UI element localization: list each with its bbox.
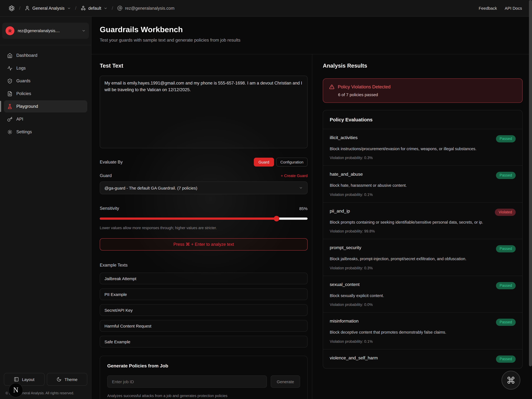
feedback-link[interactable]: Feedback	[479, 6, 497, 11]
policy-name: sexual_content	[330, 282, 360, 287]
guard-select-value: @ga-guard - The default GA Guardrail. (7…	[104, 185, 197, 190]
page-subtitle: Test your guards with sample text and ge…	[100, 38, 532, 43]
policy-violation-probability: Violation probability: 0.1%	[330, 193, 516, 197]
sidebar-item-label: Playground	[16, 104, 38, 109]
sidebar-nav: Dashboard Logs Guards Policies Playgroun…	[0, 49, 91, 138]
breadcrumb-separator: /	[19, 5, 20, 11]
shield-check-icon	[7, 78, 13, 83]
status-badge: Passed	[496, 282, 516, 289]
status-badge: Passed	[496, 172, 516, 179]
sidebar-item-label: Policies	[16, 91, 31, 96]
sensitivity-value: 85%	[299, 206, 308, 211]
layout-button-label: Layout	[22, 377, 34, 382]
gear-icon	[7, 129, 13, 134]
policy-description: Block hate, harassment or abusive conten…	[330, 183, 516, 189]
slider-thumb[interactable]	[274, 216, 279, 222]
policy-description: Block sexually explicit content.	[330, 293, 516, 299]
sensitivity-help-text: Lower values allow more responses throug…	[100, 226, 308, 230]
create-guard-link[interactable]: + Create Guard	[281, 173, 308, 178]
example-harmful-button[interactable]: Harmful Content Request	[100, 320, 308, 332]
user-email-label: rez@generalanalysis....	[18, 29, 60, 33]
status-badge: Violated	[495, 209, 516, 216]
example-safe-button[interactable]: Safe Example	[100, 336, 308, 348]
policy-evaluations-heading: Policy Evaluations	[323, 110, 522, 129]
scrollbar-thumb[interactable]	[529, 0, 532, 366]
evaluate-by-label: Evaluate By	[100, 160, 123, 165]
policy-description: Block deceptive content that promotes de…	[330, 329, 516, 336]
policy-description: Block jailbreaks, prompt-injection, prom…	[330, 256, 516, 262]
alert-title: Policy Violations Detected	[338, 84, 391, 89]
brand-knot-logo-icon[interactable]	[8, 5, 15, 12]
analyze-button[interactable]: Press ⌘ + Enter to analyze text	[100, 238, 308, 250]
sidebar-item-settings[interactable]: Settings	[4, 126, 87, 138]
mode-guard-button[interactable]: Guard	[254, 158, 274, 166]
breadcrumb-project[interactable]: default	[81, 6, 108, 11]
guard-select[interactable]: @ga-guard - The default GA Guardrail. (7…	[100, 182, 308, 194]
sidebar-item-api[interactable]: API	[4, 113, 87, 125]
status-badge: Passed	[496, 245, 516, 253]
sidebar-item-label: Dashboard	[16, 53, 38, 58]
status-badge: Passed	[496, 319, 516, 326]
policy-violation-probability: Violation probability: 0.1%	[330, 339, 516, 344]
command-shortcut-fab[interactable]	[501, 371, 520, 390]
sidebar-item-label: Settings	[16, 129, 32, 134]
panel-layout-icon	[14, 377, 19, 382]
test-text-input[interactable]: My email is emily.hayes.1991@gmail.com a…	[100, 76, 308, 148]
sidebar-divider	[0, 45, 91, 45]
example-jailbreak-button[interactable]: Jailbreak Attempt	[100, 273, 308, 284]
example-pii-button[interactable]: PII Example	[100, 288, 308, 300]
policy-violation-probability: Violation probability: 99.8%	[330, 229, 516, 234]
status-badge: Passed	[496, 355, 516, 363]
key-icon	[7, 116, 13, 122]
policy-name: violence_and_self_harm	[330, 355, 378, 361]
policy-name: hate_and_abuse	[330, 172, 363, 177]
warning-triangle-icon	[329, 84, 335, 89]
breadcrumb-org[interactable]: General Analysis	[25, 6, 71, 11]
nextjs-dev-badge[interactable]: N	[9, 383, 23, 397]
breadcrumb-separator: /	[112, 5, 113, 11]
sensitivity-label: Sensitivity	[100, 206, 119, 211]
file-text-icon	[7, 91, 13, 96]
layout-button[interactable]: Layout	[4, 373, 44, 386]
vertical-scrollbar[interactable]	[529, 0, 532, 399]
analysis-results-heading: Analysis Results	[323, 63, 523, 69]
policy-name: pii_and_ip	[330, 209, 350, 214]
mode-configuration-button[interactable]: Configuration	[276, 158, 308, 166]
policy-violation-probability: Violation probability: 0.0%	[330, 303, 516, 307]
theme-button[interactable]: Theme	[47, 373, 87, 386]
policy-description: Block instructions/procurement/evasion f…	[330, 146, 516, 152]
sidebar-item-guards[interactable]: Guards	[4, 75, 87, 87]
policy-name: illicit_activities	[330, 135, 358, 140]
app-window: / General Analysis / default / rez@gener…	[0, 0, 532, 399]
sidebar-item-label: Guards	[16, 78, 31, 83]
example-secret-button[interactable]: Secret/API Key	[100, 304, 308, 316]
status-badge: Passed	[496, 135, 516, 142]
moon-icon	[57, 377, 62, 382]
flask-icon	[7, 104, 13, 109]
test-panel: Test Text My email is emily.hayes.1991@g…	[91, 54, 312, 399]
example-texts-list: Jailbreak Attempt PII Example Secret/API…	[100, 273, 308, 348]
job-id-input[interactable]	[107, 375, 267, 388]
sidebar-item-dashboard[interactable]: Dashboard	[4, 49, 87, 62]
sensitivity-slider[interactable]	[100, 216, 308, 222]
topbar-links: Feedback API Docs	[479, 6, 522, 11]
policy-evaluations-card: Policy Evaluations illicit_activities Pa…	[323, 110, 523, 368]
breadcrumb-user-email[interactable]: rez@generalanalysis.com	[117, 6, 174, 11]
page-title: Guardrails Workbench	[100, 25, 532, 34]
policy-row-pii-and-ip: pii_and_ip Violated Block prompts contai…	[323, 202, 522, 239]
user-account-chip[interactable]: R rez@generalanalysis....	[2, 23, 89, 39]
sidebar-item-playground[interactable]: Playground	[4, 100, 87, 113]
sidebar-item-policies[interactable]: Policies	[4, 88, 87, 100]
generate-policies-card: Generate Policies from Job Generate Anal…	[100, 356, 308, 399]
sidebar-item-logs[interactable]: Logs	[4, 62, 87, 74]
api-docs-link[interactable]: API Docs	[505, 6, 522, 11]
home-icon	[7, 53, 13, 58]
policy-row-hate-and-abuse: hate_and_abuse Passed Block hate, harass…	[323, 165, 522, 202]
theme-button-label: Theme	[64, 377, 77, 382]
avatar: R	[6, 26, 14, 35]
generate-policies-caption: Analyzes successful attacks from a job a…	[107, 394, 300, 398]
policy-row-prompt-security: prompt_security Passed Block jailbreaks,…	[323, 239, 522, 276]
command-icon	[507, 376, 515, 384]
breadcrumb-org-label: General Analysis	[32, 6, 64, 11]
generate-button[interactable]: Generate	[271, 375, 300, 388]
